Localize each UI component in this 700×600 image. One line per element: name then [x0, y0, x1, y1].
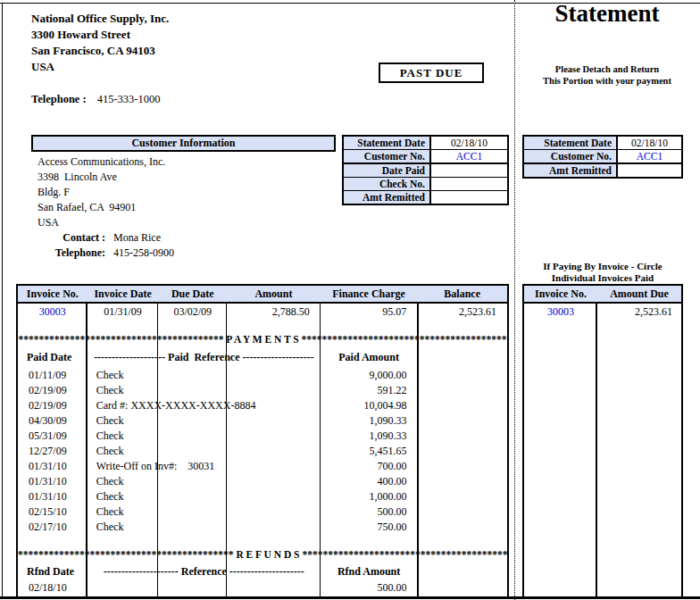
paid-date: 01/31/10 [18, 473, 88, 488]
company-name: National Office Supply, Inc. [31, 11, 169, 27]
paid-date: 01/31/10 [18, 488, 88, 504]
page-title: Statement [514, 0, 700, 28]
payment-row: 01/11/09 Check 9,000.00 [18, 367, 507, 382]
paid-reference: Check [88, 504, 321, 519]
rfnd-amount: 500.00 [321, 579, 418, 595]
amt-remitted-row: Amt Remitted [344, 190, 507, 204]
invoice-no-link[interactable]: 30003 [18, 304, 88, 319]
amt-remitted-value[interactable] [431, 191, 507, 204]
spacer-cell [417, 519, 507, 534]
rfnd-reference [88, 579, 321, 595]
company-country: USA [31, 59, 169, 75]
payments-section-banner: ****************************************… [18, 333, 507, 346]
paid-amount-header: Paid Amount [321, 349, 418, 365]
rfnd-amount-header: Rfnd Amount [321, 563, 418, 579]
date-paid-value[interactable] [431, 164, 507, 177]
rfnd-reference-header: --------------------- Reference --------… [88, 563, 321, 579]
spacer-cell [417, 412, 507, 428]
col-header-invoice-no: Invoice No. [18, 286, 88, 302]
detach-note: Please Detach and Return This Portion wi… [514, 63, 700, 87]
spacer-cell [417, 397, 507, 412]
customer-city: San Rafael, CA 94901 [38, 200, 174, 215]
remittance-info-table: Statement Date 02/18/10 Customer No. ACC… [342, 135, 509, 205]
stub-info-table: Statement Date 02/18/10 Customer No. ACC… [522, 135, 683, 179]
paid-reference: Check [88, 382, 321, 397]
company-address-block: National Office Supply, Inc. 3300 Howard… [31, 11, 169, 75]
paid-amount: 400.00 [321, 473, 418, 488]
date-paid-label: Date Paid [344, 164, 431, 177]
statement-date-label: Statement Date [344, 137, 431, 149]
spacer-cell [417, 579, 507, 595]
customer-no-value[interactable]: ACC1 [431, 150, 507, 162]
spacer-cell [417, 473, 507, 488]
stub-customer-no-value[interactable]: ACC1 [618, 150, 681, 162]
left-border-line [2, 3, 3, 597]
spacer-cell [417, 504, 507, 519]
grid-line [681, 284, 683, 596]
stub-table-header-row: Invoice No. Amount Due [524, 286, 681, 302]
payment-row: 01/31/10 Check 1,000.00 [18, 488, 507, 504]
paid-date: 05/31/09 [18, 428, 88, 443]
paid-date: 02/19/09 [18, 382, 88, 397]
spacer-cell [417, 367, 507, 382]
stub-invoice-no-link[interactable]: 30003 [524, 304, 597, 319]
paid-date: 01/31/10 [18, 458, 88, 473]
payment-row: 02/19/09 Card #: XXXX-XXXX-XXXX-8884 10,… [18, 397, 507, 412]
stub-statement-date-value: 02/18/10 [618, 137, 681, 149]
paid-reference: Check [88, 473, 321, 488]
spacer-cell [417, 563, 507, 579]
refund-row: 02/18/10 500.00 [18, 579, 507, 595]
grid-line [507, 284, 509, 596]
customer-address-block: Access Communications, Inc. 3398 Lincoln… [38, 154, 174, 261]
rfnd-date-header: Rfnd Date [18, 563, 88, 579]
spacer-cell [417, 443, 507, 458]
spacer-cell [417, 458, 507, 473]
statement-date-row: Statement Date 02/18/10 [344, 137, 507, 149]
customer-bldg: Bldg. F [38, 185, 174, 200]
finance-charge: 95.07 [321, 304, 418, 319]
customer-phone-value: 415-258-0900 [105, 246, 174, 261]
stub-invoice-table: Invoice No. Amount Due 30003 2,523.61 [522, 284, 683, 596]
col-header-invoice-date: Invoice Date [88, 286, 159, 302]
stub-customer-no-row: Customer No. ACC1 [524, 149, 681, 162]
paid-date: 02/15/10 [18, 504, 88, 519]
company-phone-label: Telephone : [31, 93, 87, 105]
contact-value: Mona Rice [105, 230, 161, 246]
col-header-balance: Balance [417, 286, 507, 302]
col-header-finance-charge: Finance Charge [321, 286, 418, 302]
contact-label: Contact : [38, 230, 105, 246]
col-header-amount: Amount [227, 286, 321, 302]
past-due-stamp: PAST DUE [379, 62, 484, 83]
payment-row: 04/30/09 Check 1,090.33 [18, 412, 507, 428]
paid-date: 02/17/10 [18, 519, 88, 534]
detach-note-line1: Please Detach and Return [514, 63, 700, 75]
stub-paying-note: If Paying By Invoice - Circle Individual… [522, 261, 683, 284]
paid-reference: Card #: XXXX-XXXX-XXXX-8884 [88, 397, 321, 412]
customer-contact-row: Contact : Mona Rice [38, 230, 174, 246]
stub-amt-remitted-label: Amt Remitted [524, 164, 618, 177]
paid-reference: Write-Off on Inv#: 30031 [88, 458, 321, 473]
stub-amt-remitted-value[interactable] [618, 164, 681, 177]
rfnd-date: 02/18/10 [18, 579, 88, 595]
invoice-date: 01/31/09 [88, 304, 159, 319]
detach-note-line2: This Portion with your payment [514, 75, 700, 87]
date-paid-row: Date Paid [344, 162, 507, 177]
paid-amount: 10,004.98 [321, 397, 418, 412]
grid-line [596, 284, 597, 596]
detach-dotted-line [514, 0, 515, 600]
col-header-due-date: Due Date [158, 286, 227, 302]
stub-col-header-amount-due: Amount Due [597, 286, 681, 302]
check-no-value[interactable] [431, 178, 507, 190]
paid-reference: Check [88, 443, 321, 458]
grid-line [522, 284, 524, 596]
amt-remitted-label: Amt Remitted [344, 191, 431, 204]
customer-phone-row: Telephone: 415-258-0900 [38, 246, 174, 261]
customer-no-row: Customer No. ACC1 [344, 149, 507, 162]
stub-customer-no-label: Customer No. [524, 150, 618, 162]
customer-street: 3398 Lincoln Ave [38, 170, 174, 185]
paid-amount: 5,451.65 [321, 443, 418, 458]
invoice-table-header-row: Invoice No. Invoice Date Due Date Amount… [18, 286, 507, 302]
paid-reference: Check [88, 428, 321, 443]
paid-reference: Check [88, 519, 321, 534]
payment-row: 01/31/10 Check 400.00 [18, 473, 507, 488]
